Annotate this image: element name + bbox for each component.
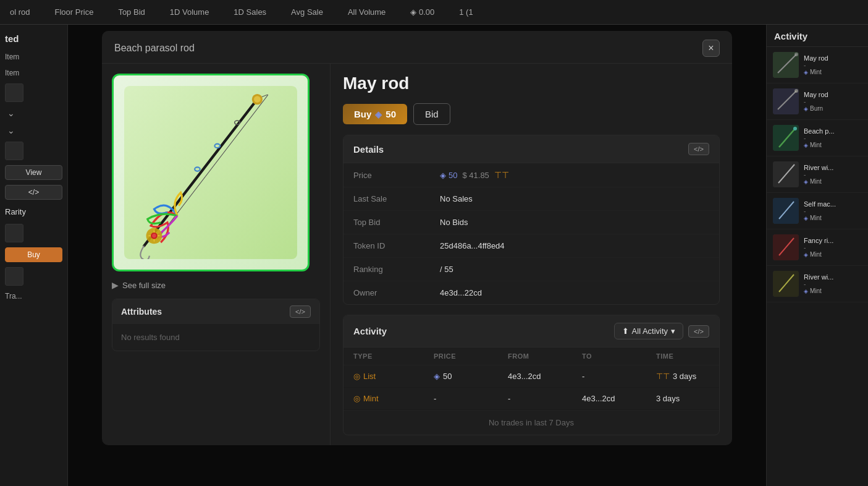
attributes-empty-text: No results found <box>121 333 180 342</box>
action-buttons: Buy ◈ 50 Bid <box>343 103 720 125</box>
sidebar-code-btn[interactable]: </> <box>5 185 62 200</box>
modal-left-panel: ▶ See full size Attributes </> No result… <box>102 64 331 445</box>
activity-name-6: River wi... <box>804 273 862 281</box>
details-key-top-bid: Top Bid <box>353 218 440 227</box>
activity-section-header: Activity ⬆ All Activity ▾ </> <box>343 315 719 347</box>
activity-thumb-0 <box>773 52 799 78</box>
sidebar-chevron-1[interactable]: ⌄ <box>5 107 62 119</box>
col-header-from: FROM <box>508 352 582 360</box>
svg-point-27 <box>152 234 156 237</box>
activity-mint-6: ◈ Mint <box>804 288 862 294</box>
header-floor-price[interactable]: Floor Price <box>55 7 94 17</box>
price-icon: ⊤⊤ <box>494 170 509 180</box>
row0-to: - <box>582 372 656 381</box>
no-trades-text: No trades in last 7 Days <box>343 410 719 435</box>
col-header-price: PRICE <box>434 352 508 360</box>
activity-item-3[interactable]: River wi... - ◈ Mint <box>767 156 868 193</box>
attributes-title: Attributes <box>121 307 162 317</box>
modal-header: Beach parasol rod × <box>102 31 732 64</box>
filter-label: All Activity <box>632 326 668 336</box>
sidebar-view-btn[interactable]: View <box>5 165 62 180</box>
sidebar-tra-label: Tra... <box>5 291 62 302</box>
price-eth-value: ◈ 50 <box>440 171 457 180</box>
eth-icon-5: ◈ <box>804 252 808 258</box>
activity-item-4[interactable]: Self mac... - ◈ Mint <box>767 193 868 229</box>
attributes-body: No results found <box>112 324 319 351</box>
header-eth-value: ◈ 0.00 <box>410 7 434 17</box>
details-header: Details </> <box>343 135 719 163</box>
header-1d-sales[interactable]: 1D Sales <box>234 7 266 17</box>
eth-icon-buy: ◈ <box>375 109 382 119</box>
details-row-owner: Owner 4e3d...22cd <box>343 281 719 304</box>
activity-section: Activity ⬆ All Activity ▾ </> TYPE <box>343 315 720 435</box>
buy-price: 50 <box>386 109 396 119</box>
eth-icon-2: ◈ <box>804 142 808 148</box>
activity-info-5: Fancy ri... - ◈ Mint <box>804 237 862 258</box>
modal: Beach parasol rod × <box>102 31 732 445</box>
svg-point-20 <box>254 96 261 103</box>
attributes-code-btn[interactable]: </> <box>290 305 311 318</box>
sidebar-item-thumb-4 <box>5 267 23 286</box>
item-name: May rod <box>343 74 720 93</box>
see-full-size-link[interactable]: ▶ See full size <box>112 280 320 290</box>
activity-filter-group: ⬆ All Activity ▾ </> <box>614 323 709 339</box>
header-all-volume[interactable]: All Volume <box>348 7 386 17</box>
activity-thumb-2 <box>773 125 799 151</box>
header-top-bid[interactable]: Top Bid <box>118 7 145 17</box>
activity-name-4: Self mac... <box>804 200 862 208</box>
header-1d-volume[interactable]: 1D Volume <box>170 7 209 17</box>
activity-sub-5: - <box>804 244 862 251</box>
eth-icon-3: ◈ <box>804 179 808 185</box>
activity-code-btn[interactable]: </> <box>688 325 709 338</box>
row0-time: ⊤⊤ 3 days <box>656 372 709 381</box>
bid-button[interactable]: Bid <box>413 103 450 125</box>
clock-icon-row0: ⊤⊤ <box>656 372 670 381</box>
header-bar: ol rod Floor Price Top Bid 1D Volume 1D … <box>0 0 868 25</box>
eth-icon-price: ◈ <box>440 171 446 180</box>
chevron-down-icon: ▾ <box>671 326 675 336</box>
activity-info-4: Self mac... - ◈ Mint <box>804 200 862 221</box>
activity-item-2[interactable]: Beach p... - ◈ Mint <box>767 120 868 156</box>
see-full-size-label: See full size <box>122 281 166 290</box>
list-icon: ◎ <box>353 372 360 381</box>
activity-mint-3: ◈ Mint <box>804 178 862 185</box>
details-row-last-sale: Last Sale No Sales <box>343 187 719 211</box>
svg-point-8 <box>793 127 797 130</box>
header-title: ol rod <box>10 7 30 17</box>
activity-mint-1: ◈ Burn <box>804 105 862 112</box>
details-value-token-id: 25d486a...4ff8ed4 <box>440 241 505 250</box>
activity-item-6[interactable]: River wi... - ◈ Mint <box>767 266 868 302</box>
rod-illustration <box>124 86 297 259</box>
activity-mint-2: ◈ Mint <box>804 142 862 148</box>
details-code-btn[interactable]: </> <box>688 143 709 155</box>
details-key-last-sale: Last Sale <box>353 194 440 203</box>
activity-filter-btn[interactable]: ⬆ All Activity ▾ <box>614 323 684 339</box>
right-activity-panel: Activity May rod - ◈ Mint <box>766 25 868 486</box>
details-row-top-bid: Top Bid No Bids <box>343 211 719 234</box>
sidebar-item-thumb-3 <box>5 224 23 242</box>
activity-table-row-0[interactable]: ◎ List ◈ 50 4e3...2cd - ⊤⊤ 3 days <box>343 365 719 388</box>
activity-name-5: Fancy ri... <box>804 237 862 244</box>
buy-button[interactable]: Buy ◈ 50 <box>343 104 407 124</box>
modal-close-button[interactable]: × <box>702 40 720 57</box>
details-value-owner: 4e3d...22cd <box>440 288 482 297</box>
activity-name-1: May rod <box>804 91 862 98</box>
sidebar-item-thumb-1 <box>5 83 23 102</box>
sidebar-buy-btn[interactable]: Buy <box>5 247 62 262</box>
activity-item-1[interactable]: May rod - ◈ Burn <box>767 83 868 120</box>
sidebar-label-1: Item <box>5 51 62 62</box>
activity-name-0: May rod <box>804 54 862 62</box>
details-key-token-id: Token ID <box>353 241 440 250</box>
activity-item-0[interactable]: May rod - ◈ Mint <box>767 47 868 83</box>
activity-item-5[interactable]: Fancy ri... - ◈ Mint <box>767 229 868 266</box>
left-sidebar: ted Item Item ⌄ ⌄ View </> Rarity Buy Tr… <box>0 25 68 486</box>
details-key-owner: Owner <box>353 288 440 297</box>
details-value-price: ◈ 50 $ 41.85 ⊤⊤ <box>440 170 509 180</box>
svg-point-5 <box>794 89 798 93</box>
header-avg-sale[interactable]: Avg Sale <box>291 7 323 17</box>
activity-thumb-1 <box>773 88 799 114</box>
sidebar-chevron-2[interactable]: ⌄ <box>5 124 62 137</box>
buy-label: Buy <box>354 109 371 119</box>
header-count: 1 (1 <box>459 7 473 17</box>
activity-table-row-1[interactable]: ◎ Mint - - 4e3...2cd 3 days <box>343 388 719 410</box>
